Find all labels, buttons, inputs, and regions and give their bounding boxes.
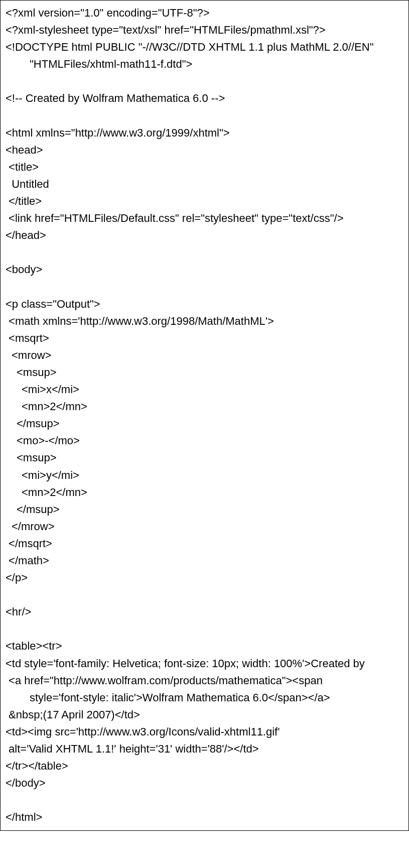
code-line: <td style='font-family: Helvetica; font-… (6, 655, 403, 672)
code-line: alt='Valid XHTML 1.1!' height='31' width… (6, 740, 403, 758)
code-line (6, 244, 403, 261)
code-line: <mi>y</mi> (6, 467, 403, 484)
code-line: Untitled (6, 176, 403, 193)
code-line: <head> (6, 142, 403, 159)
code-line: <p class="Output"> (6, 296, 403, 313)
code-line: </tr></table> (6, 758, 403, 775)
code-line: <!DOCTYPE html PUBLIC "-//W3C//DTD XHTML… (6, 39, 403, 56)
code-line: <mi>x</mi> (6, 381, 403, 398)
code-line (6, 621, 403, 638)
code-line: <td><img src='http://www.w3.org/Icons/va… (6, 723, 403, 740)
code-line: <mn>2</mn> (6, 484, 403, 501)
code-line: <link href="HTMLFiles/Default.css" rel="… (6, 210, 403, 227)
code-line (6, 107, 403, 125)
code-line: "HTMLFiles/xhtml-math11-f.dtd"> (6, 56, 403, 73)
code-line: <html xmlns="http://www.w3.org/1999/xhtm… (6, 125, 403, 142)
code-line: <a href="http://www.wolfram.com/products… (6, 672, 403, 689)
code-line: <?xml-stylesheet type="text/xsl" href="H… (6, 22, 403, 39)
code-line (6, 279, 403, 296)
code-line: </mrow> (6, 518, 403, 535)
code-line: <table><tr> (6, 638, 403, 655)
code-line: <?xml version="1.0" encoding="UTF-8"?> (6, 5, 403, 22)
code-line: </title> (6, 193, 403, 210)
code-line: style='font-style: italic'>Wolfram Mathe… (6, 689, 403, 706)
code-line: <body> (6, 261, 403, 278)
code-line: <mo>-</mo> (6, 432, 403, 449)
code-line: <hr/> (6, 603, 403, 621)
code-line: </msup> (6, 415, 403, 432)
code-line: <msqrt> (6, 330, 403, 347)
code-line: </msqrt> (6, 535, 403, 552)
code-line: </html> (6, 809, 403, 826)
code-line: &nbsp;(17 April 2007)</td> (6, 706, 403, 723)
code-line: </body> (6, 775, 403, 792)
code-line: <msup> (6, 449, 403, 466)
code-line (6, 586, 403, 603)
code-line: </math> (6, 552, 403, 569)
code-line: </p> (6, 569, 403, 586)
code-line: </head> (6, 227, 403, 244)
code-line: <msup> (6, 364, 403, 381)
code-line: <title> (6, 159, 403, 176)
code-line: <math xmlns='http://www.w3.org/1998/Math… (6, 313, 403, 330)
code-line: <mrow> (6, 347, 403, 364)
code-block: <?xml version="1.0" encoding="UTF-8"?><?… (6, 5, 403, 826)
code-line (6, 73, 403, 90)
code-line: <!-- Created by Wolfram Mathematica 6.0 … (6, 90, 403, 107)
code-line: </msup> (6, 501, 403, 518)
code-line: <mn>2</mn> (6, 398, 403, 415)
code-line (6, 792, 403, 809)
